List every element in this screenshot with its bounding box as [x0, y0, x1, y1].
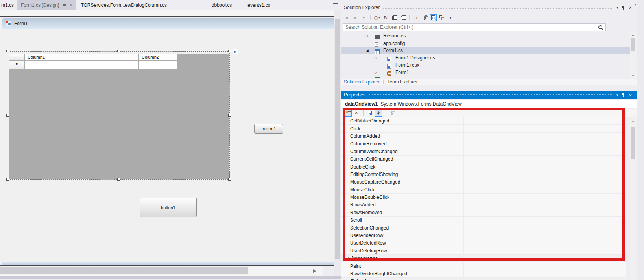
pin-icon[interactable] [622, 93, 625, 97]
hscroll-thumb[interactable] [0, 267, 248, 274]
events-view-icon[interactable] [375, 109, 382, 117]
datagrid-corner-cell[interactable] [9, 54, 25, 61]
solution-explorer-scrollbar[interactable]: ▲ ▼ [630, 32, 637, 78]
combobox-dropdown-icon[interactable]: ▾ [634, 2, 636, 6]
search-input[interactable] [343, 24, 598, 30]
event-row[interactable]: Paint [341, 262, 626, 270]
selection-handle[interactable] [6, 114, 9, 117]
event-row[interactable]: MouseCaptureChanged [341, 178, 626, 186]
event-row[interactable]: UserAddedRow [341, 232, 626, 239]
window-position-icon[interactable]: ▾ [616, 93, 618, 97]
properties-view-icon[interactable] [366, 109, 373, 117]
document-tab[interactable]: m1.cs [0, 0, 17, 10]
properties-wrench-icon[interactable] [421, 14, 428, 21]
property-pages-icon[interactable] [388, 109, 395, 117]
event-row[interactable]: SelectionChanged [341, 224, 626, 232]
window-position-icon[interactable]: ▾ [616, 6, 618, 9]
document-tab[interactable]: Form1.cs [Design]× [17, 0, 76, 10]
scroll-up-icon[interactable]: ▲ [631, 119, 635, 123]
scroll-down-icon[interactable]: ▼ [631, 74, 635, 78]
selection-handle[interactable] [228, 50, 231, 52]
scrollbar-thumb[interactable] [631, 38, 635, 51]
solution-explorer-search-box[interactable] [343, 23, 606, 31]
event-row[interactable]: ColumnRemoved [341, 140, 626, 148]
datagrid-column-header[interactable]: Column1 [25, 54, 139, 61]
form-designer-canvas[interactable]: Form1 Column1 Column2 * ▶ button1 button… [0, 18, 334, 265]
event-row[interactable]: RowsAdded [341, 201, 626, 209]
collapsed-expander-icon[interactable]: ▷ [375, 70, 377, 74]
close-tab-icon[interactable]: × [69, 3, 72, 7]
event-row[interactable]: MouseClick [341, 186, 626, 194]
tab-team-explorer[interactable]: Team Explorer [387, 79, 417, 85]
close-icon[interactable]: × [629, 6, 632, 10]
event-row[interactable]: EditingControlShowing [341, 171, 626, 178]
tree-item-form1[interactable]: ▷Form1 [341, 69, 637, 76]
home-icon[interactable]: ⌂ [360, 14, 367, 21]
designer-vertical-scrollbar[interactable] [334, 10, 341, 276]
close-icon[interactable]: × [629, 93, 632, 97]
back-icon[interactable]: ◄ [343, 14, 350, 21]
new-scoped-window-icon[interactable] [438, 14, 445, 21]
property-category-row[interactable]: −Appearance [341, 255, 626, 262]
selection-handle[interactable] [117, 178, 120, 181]
event-row[interactable]: UserDeletingRow [341, 247, 626, 255]
selection-handle[interactable] [117, 50, 120, 52]
designer-horizontal-scrollbar[interactable]: ▶ [0, 266, 323, 276]
document-tab[interactable]: dbbool.cs [208, 0, 235, 10]
datagrid-cell[interactable] [139, 61, 177, 69]
button1-large-control[interactable]: button1 [140, 198, 197, 217]
tree-item-resources[interactable]: ▷Resources [341, 32, 637, 40]
pending-changes-filter-icon[interactable]: ◷▾ [373, 14, 380, 21]
event-row[interactable]: RowDividerHeightChanged [341, 270, 626, 278]
event-row[interactable]: CurrentCellChanged [341, 156, 626, 163]
scrollbar-thumb[interactable] [631, 127, 635, 159]
event-row[interactable]: ColumnWidthChanged [341, 148, 626, 156]
collapsed-expander-icon[interactable]: ▷ [366, 34, 369, 38]
refresh-icon[interactable]: ↻ [382, 14, 389, 21]
event-row[interactable]: DoubleClick [341, 163, 626, 171]
toolbar-overflow-icon[interactable]: ▾ [447, 14, 454, 21]
event-row[interactable]: Click [341, 125, 626, 132]
button1-control[interactable]: button1 [254, 124, 283, 134]
datagrid-column-header[interactable]: Column2 [139, 54, 177, 61]
event-row[interactable]: Scroll [341, 217, 626, 224]
scroll-up-icon[interactable]: ▲ [631, 33, 635, 37]
tab-solution-explorer[interactable]: Solution Explorer [344, 79, 380, 85]
properties-scrollbar[interactable]: ▲ [630, 118, 637, 280]
solution-explorer-title-bar[interactable]: Solution Explorer ▾ × [341, 3, 637, 12]
document-tab[interactable]: TORServices.Form...ewDialogColumn.cs [77, 0, 170, 10]
tree-item-app-config[interactable]: app.config [341, 40, 637, 47]
view-code-icon[interactable]: ‹› [412, 14, 419, 21]
expanded-expander-icon[interactable]: ◢ [366, 48, 369, 52]
categorized-icon[interactable] [345, 109, 352, 117]
event-row[interactable]: CellValueChanged [341, 117, 626, 125]
pin-tab-icon[interactable] [62, 3, 66, 7]
tree-item-form1-designer-cs[interactable]: ▷Form1.Designer.cs [341, 54, 637, 62]
document-tab[interactable]: events1.cs [244, 0, 273, 10]
selection-handle[interactable] [228, 114, 231, 117]
tree-item-partial[interactable]: ▷ [341, 76, 637, 78]
properties-title-bar[interactable]: Properties ▾ × [341, 91, 637, 99]
collapsed-expander-icon[interactable]: ▷ [366, 78, 369, 78]
selection-handle[interactable] [6, 178, 9, 181]
forward-icon[interactable]: ► [352, 14, 359, 21]
event-row[interactable]: ColumnAdded [341, 133, 626, 140]
collapsed-expander-icon[interactable]: ▷ [375, 56, 377, 60]
hscroll-right-arrow-icon[interactable]: ▶ [313, 268, 316, 273]
datagrid-new-row[interactable]: * [9, 61, 229, 69]
collapse-category-icon[interactable]: − [345, 257, 349, 260]
datagridview-control[interactable]: Column1 Column2 * [9, 54, 229, 179]
pin-icon[interactable] [622, 6, 625, 10]
property-category-row[interactable]: −Behavior [341, 278, 626, 280]
show-all-files-icon[interactable] [399, 14, 406, 21]
dropdown-icon[interactable]: ▾ [378, 16, 380, 19]
event-row[interactable]: UserDeletedRow [341, 239, 626, 247]
collapse-all-icon[interactable] [391, 14, 398, 21]
preview-selected-items-icon[interactable] [430, 14, 437, 21]
event-row[interactable]: RowsRemoved [341, 209, 626, 217]
tab-well-overflow-icon[interactable]: ▾ [333, 3, 338, 8]
tree-item-form1-resx[interactable]: Form1.resx [341, 61, 637, 69]
event-row[interactable]: MouseDoubleClick [341, 194, 626, 201]
datagrid-cell[interactable] [25, 61, 139, 69]
selection-handle[interactable] [6, 50, 9, 52]
